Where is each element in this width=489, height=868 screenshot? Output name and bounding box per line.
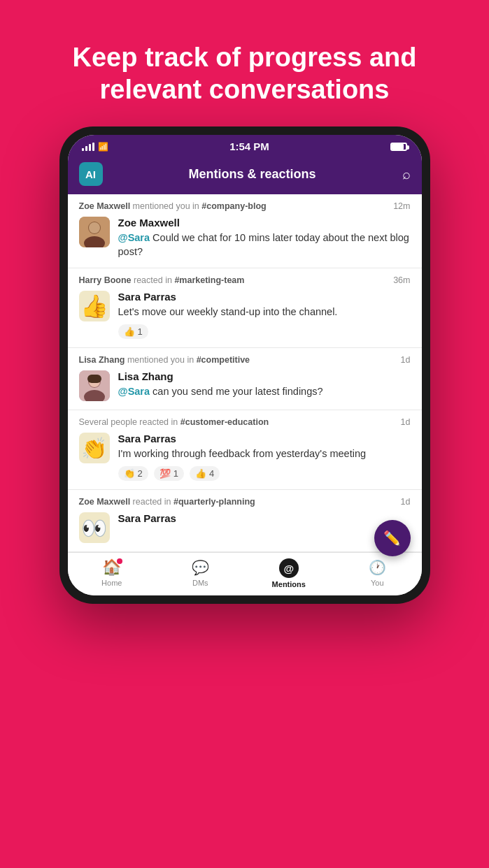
feed: Zoe Maxwell mentioned you in #company-bl… xyxy=(68,194,422,552)
feed-meta-text: Several people reacted in #customer-educ… xyxy=(79,417,269,427)
reaction-badge[interactable]: 👏2 xyxy=(118,466,148,481)
tab-dms[interactable]: 💬 DMs xyxy=(156,558,245,588)
feed-message: @Sara Could we chat for 10 mins later to… xyxy=(118,231,411,259)
feed-content: Zoe Maxwell @Sara Could we chat for 10 m… xyxy=(118,217,411,259)
feed-content: Sara Parras xyxy=(118,512,411,543)
tab-you[interactable]: 🕐 You xyxy=(333,558,422,588)
status-time: 1:54 PM xyxy=(229,140,269,152)
phone-wrapper: 📶 1:54 PM AI Mentions & reactions ⌕ Zoe … xyxy=(59,126,430,604)
emoji-avatar: 👀 xyxy=(79,512,110,543)
feed-time: 36m xyxy=(393,275,410,285)
feed-author: Sara Parras xyxy=(118,512,411,524)
page-title: Mentions & reactions xyxy=(188,167,316,182)
wifi-icon: 📶 xyxy=(98,142,108,152)
feed-message: @Sara can you send me your latest findin… xyxy=(118,384,411,398)
search-icon[interactable]: ⌕ xyxy=(402,166,411,182)
feed-meta-text: Lisa Zhang mentioned you in #competitive xyxy=(79,355,250,365)
svg-rect-8 xyxy=(87,375,101,383)
feed-time: 1d xyxy=(401,497,411,507)
feed-message: Let's move our weekly stand-up into the … xyxy=(118,305,411,319)
feed-content: Lisa Zhang @Sara can you send me your la… xyxy=(118,370,411,401)
phone-screen: 📶 1:54 PM AI Mentions & reactions ⌕ Zoe … xyxy=(68,135,422,595)
feed-author: Sara Parras xyxy=(118,291,411,303)
feed-message: I'm working through feedback from yester… xyxy=(118,447,411,461)
feed-author: Lisa Zhang xyxy=(118,370,411,382)
feed-time: 1d xyxy=(401,355,411,365)
status-bar: 📶 1:54 PM xyxy=(68,135,422,157)
tab-bar: 🏠 Home 💬 DMs @ Mentions 🕐 xyxy=(68,552,422,595)
tab-home[interactable]: 🏠 Home xyxy=(68,558,157,588)
feed-item: Harry Boone reacted in #marketing-team 3… xyxy=(68,268,422,348)
signal-icon xyxy=(82,143,94,151)
tab-mentions-label: Mentions xyxy=(272,580,306,588)
nav-header: AI Mentions & reactions ⌕ xyxy=(68,157,422,194)
tab-home-label: Home xyxy=(101,579,122,587)
ai-avatar[interactable]: AI xyxy=(79,162,103,186)
reaction-badge[interactable]: 💯1 xyxy=(154,466,184,481)
tab-dms-label: DMs xyxy=(192,579,208,587)
svg-point-3 xyxy=(89,222,100,233)
reactions: 👍1 xyxy=(118,324,411,339)
feed-meta-text: Harry Boone reacted in #marketing-team xyxy=(79,275,245,285)
emoji-avatar: 👏 xyxy=(79,433,110,463)
you-icon: 🕐 xyxy=(369,560,386,575)
avatar xyxy=(79,217,110,247)
feed-item: Lisa Zhang mentioned you in #competitive… xyxy=(68,348,422,410)
compose-icon: ✏️ xyxy=(383,530,401,547)
feed-time: 1d xyxy=(401,417,411,427)
tab-you-label: You xyxy=(371,579,384,587)
reaction-badge[interactable]: 👍4 xyxy=(190,466,220,481)
feed-item: Several people reacted in #customer-educ… xyxy=(68,410,422,490)
battery-icon xyxy=(390,143,407,151)
emoji-avatar: 👍 xyxy=(79,291,110,321)
hero-section: Keep track of progress and relevant conv… xyxy=(16,0,472,126)
feed-author: Zoe Maxwell xyxy=(118,217,411,229)
fab-button[interactable]: ✏️ xyxy=(374,520,411,556)
dms-icon: 💬 xyxy=(192,560,209,575)
reaction-badge[interactable]: 👍1 xyxy=(118,324,148,339)
feed-meta-text: Zoe Maxwell mentioned you in #company-bl… xyxy=(79,201,267,211)
hero-line2: relevant conversations xyxy=(100,75,390,104)
reactions: 👏2 💯1 👍4 xyxy=(118,466,411,481)
mentions-icon: @ xyxy=(279,558,299,578)
feed-item: Zoe Maxwell reacted in #quarterly-planni… xyxy=(68,490,422,552)
feed-meta-text: Zoe Maxwell reacted in #quarterly-planni… xyxy=(79,497,255,507)
avatar xyxy=(79,370,110,401)
feed-time: 12m xyxy=(393,201,410,211)
tab-mentions[interactable]: @ Mentions xyxy=(245,558,334,588)
feed-item: Zoe Maxwell mentioned you in #company-bl… xyxy=(68,194,422,268)
feed-author: Sara Parras xyxy=(118,433,411,444)
feed-content: Sara Parras Let's move our weekly stand-… xyxy=(118,291,411,339)
hero-line1: Keep track of progress and xyxy=(72,43,416,72)
feed-content: Sara Parras I'm working through feedback… xyxy=(118,433,411,481)
